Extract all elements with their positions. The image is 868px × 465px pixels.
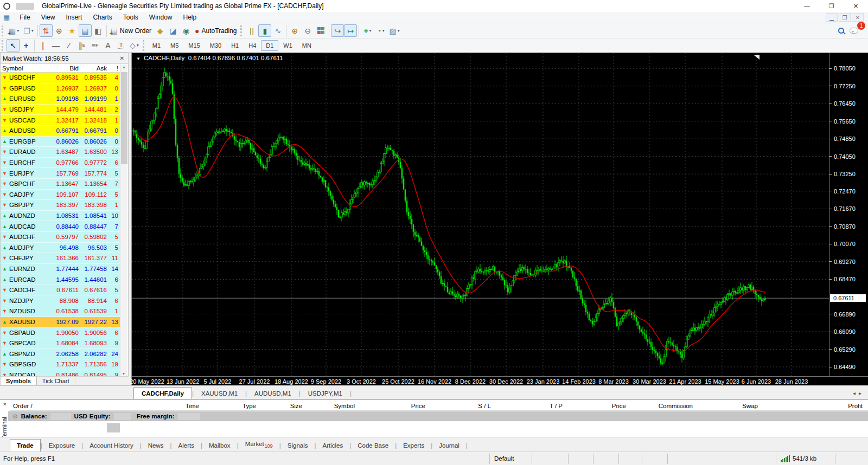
- strategy-tester-button[interactable]: ◧: [92, 24, 105, 37]
- column-header-ask[interactable]: Ask: [81, 65, 109, 72]
- zoom-in-button[interactable]: ⊕: [288, 24, 301, 37]
- tab-scroll-left-icon[interactable]: ◂: [853, 390, 856, 396]
- new-chart-button[interactable]: ▦+▾: [7, 24, 21, 37]
- terminal-tab-trade[interactable]: Trade: [10, 439, 41, 451]
- status-profile[interactable]: Default: [489, 454, 532, 464]
- terminal-tab-experts[interactable]: Experts: [397, 440, 431, 451]
- market-watch-tab-symbols[interactable]: Symbols: [1, 377, 37, 385]
- market-watch-toggle[interactable]: ⇅: [40, 24, 53, 37]
- menu-tools[interactable]: Tools: [118, 12, 144, 22]
- terminal-column-time[interactable]: Time: [86, 403, 202, 409]
- timeframe-h4[interactable]: H4: [244, 40, 261, 51]
- toolbar-grip[interactable]: [143, 40, 145, 51]
- terminal-column-commission[interactable]: Commission: [629, 403, 696, 409]
- fibonacci-tool[interactable]: ≡F: [88, 39, 101, 51]
- toolbar-grip[interactable]: [2, 25, 4, 36]
- chart-tab-cadchf-daily[interactable]: CADCHF,Daily: [133, 388, 192, 399]
- trendline-tool[interactable]: ∕: [62, 39, 75, 51]
- terminal-tab-account-history[interactable]: Account History: [83, 440, 140, 451]
- symbol-row-gbpchf[interactable]: ▼GBPCHF1.136471.136547: [1, 179, 121, 190]
- tile-windows-button[interactable]: [314, 24, 327, 37]
- line-chart-button[interactable]: ∿: [271, 24, 284, 37]
- templates-dropdown[interactable]: ▨▾: [387, 24, 401, 37]
- symbol-row-gbpsgd[interactable]: ▼GBPSGD1.713371.7135619: [1, 359, 121, 370]
- terminal-tab-mailbox[interactable]: Mailbox: [202, 440, 237, 451]
- indicators-dropdown[interactable]: +▾: [361, 24, 374, 37]
- terminal-tab-journal[interactable]: Journal: [432, 440, 466, 451]
- symbol-row-xauusd[interactable]: ▲XAUUSD1927.091927.2213: [1, 317, 121, 328]
- metaeditor-button[interactable]: ◆: [154, 24, 167, 37]
- terminal-column-tp[interactable]: T / P: [494, 403, 566, 409]
- timeframe-mn[interactable]: MN: [297, 40, 316, 51]
- terminal-column-price[interactable]: Price: [358, 403, 429, 409]
- menu-view[interactable]: View: [36, 12, 61, 22]
- data-window-button[interactable]: ⊕: [53, 24, 66, 37]
- column-header-symbol[interactable]: Symbol: [1, 65, 48, 72]
- chart-tab-xauusd-m1[interactable]: XAUUSD,M1: [194, 388, 245, 399]
- channel-tool[interactable]: ∥E: [75, 39, 88, 51]
- symbol-row-gbpaud[interactable]: ▼GBPAUD1.900501.900566: [1, 327, 121, 338]
- market-watch-scrollbar[interactable]: ▴ ▾: [120, 64, 127, 377]
- terminal-column-profit[interactable]: Profit: [761, 403, 868, 409]
- signals-broadcast-button[interactable]: ◉: [180, 24, 193, 37]
- symbol-row-usdcad[interactable]: ▼USDCAD1.324171.324181: [1, 115, 121, 126]
- symbol-row-nzdjpy[interactable]: ▼NZDJPY88.90888.9146: [1, 295, 121, 306]
- symbol-row-usdchf[interactable]: ▼USDCHF0.895310.895354: [1, 73, 121, 83]
- terminal-tab-news[interactable]: News: [142, 440, 170, 451]
- symbol-row-gbpjpy[interactable]: ▼GBPJPY183.397183.3981: [1, 200, 121, 211]
- terminal-column-type[interactable]: Type: [202, 403, 259, 409]
- autotrading-button[interactable]: ●AutoTrading: [193, 24, 239, 37]
- terminal-column-order[interactable]: Order /: [10, 403, 86, 409]
- symbol-row-nzdusd[interactable]: ▼NZDUSD0.615380.615391: [1, 306, 121, 317]
- symbol-row-audjpy[interactable]: ▲AUDJPY96.49896.5035: [1, 243, 121, 254]
- navigator-button[interactable]: ★: [66, 24, 79, 37]
- terminal-tab-market[interactable]: Market109: [239, 438, 279, 451]
- symbol-row-eurjpy[interactable]: ▼EURJPY157.769157.7745: [1, 168, 121, 179]
- restore-button[interactable]: ❐: [819, 0, 844, 12]
- symbol-row-chfjpy[interactable]: ▼CHFJPY161.366161.37711: [1, 253, 121, 264]
- symbol-row-eurnzd[interactable]: ▲EURNZD1.774441.7745814: [1, 264, 121, 275]
- symbol-row-usdjpy[interactable]: ▼USDJPY144.479144.4812: [1, 105, 121, 115]
- symbol-row-eurcad[interactable]: ▲EURCAD1.445951.446016: [1, 274, 121, 285]
- market-watch-close-icon[interactable]: ✕: [118, 55, 126, 61]
- chart-menu-arrow-icon[interactable]: ▼: [136, 56, 141, 61]
- zoom-out-button[interactable]: ⊖: [301, 24, 314, 37]
- mdi-minimize-button[interactable]: ▁: [826, 13, 838, 22]
- expert-advisors-button[interactable]: ◪: [167, 24, 180, 37]
- symbol-row-eurgbp[interactable]: ▲EURGBP0.860260.860260: [1, 137, 121, 147]
- vertical-line-tool[interactable]: |: [36, 39, 49, 51]
- date-axis[interactable]: 20 May 202213 Jun 20225 Jul 202227 Jul 2…: [132, 376, 868, 386]
- auto-scroll-toggle[interactable]: ↪: [331, 24, 344, 37]
- symbol-row-audcad[interactable]: ▲AUDCAD0.884400.884477: [1, 221, 121, 232]
- terminal-column-sl[interactable]: S / L: [429, 403, 494, 409]
- terminal-tab-signals[interactable]: Signals: [281, 440, 315, 451]
- arrows-dropdown[interactable]: ◇▾: [127, 39, 141, 51]
- menu-insert[interactable]: Insert: [60, 12, 87, 22]
- symbol-row-cadjpy[interactable]: ▼CADJPY109.107109.1125: [1, 190, 121, 201]
- symbol-row-audusd[interactable]: ▲AUDUSD0.667910.667910: [1, 126, 121, 137]
- symbol-row-euraud[interactable]: ▼EURAUD1.634871.6350013: [1, 147, 121, 158]
- crosshair-tool[interactable]: +: [20, 39, 33, 51]
- terminal-tab-articles[interactable]: Articles: [316, 440, 350, 451]
- menu-file[interactable]: File: [14, 12, 35, 22]
- periods-dropdown[interactable]: ◔▾: [374, 24, 387, 37]
- new-order-button[interactable]: ▤+New Order: [108, 24, 154, 37]
- symbol-row-gbpnzd[interactable]: ▲GBPNZD2.062582.0628224: [1, 348, 121, 359]
- column-header-![interactable]: !: [109, 65, 121, 72]
- symbol-row-audnzd[interactable]: ▲AUDNZD1.085311.0854110: [1, 211, 121, 222]
- chart-tab-usdjpy-m1[interactable]: USDJPY,M1: [301, 388, 350, 399]
- timeframe-m15[interactable]: M15: [183, 40, 205, 51]
- chart-shift-toggle[interactable]: ↦: [344, 24, 357, 37]
- column-header-bid[interactable]: Bid: [48, 65, 81, 72]
- profiles-button[interactable]: ❐▾: [21, 24, 36, 37]
- menu-window[interactable]: Window: [144, 12, 178, 22]
- symbol-row-gbpcad[interactable]: ▼GBPCAD1.680841.680939: [1, 338, 121, 349]
- terminal-column-size[interactable]: Size: [259, 403, 305, 409]
- timeframe-m1[interactable]: M1: [148, 40, 165, 51]
- terminal-tab-code-base[interactable]: Code Base: [351, 440, 395, 451]
- menu-charts[interactable]: Charts: [87, 12, 117, 22]
- timeframe-m5[interactable]: M5: [165, 40, 183, 51]
- notifications-button[interactable]: 1: [847, 24, 860, 37]
- scrollbar-thumb[interactable]: [121, 72, 127, 164]
- timeframe-w1[interactable]: W1: [278, 40, 297, 51]
